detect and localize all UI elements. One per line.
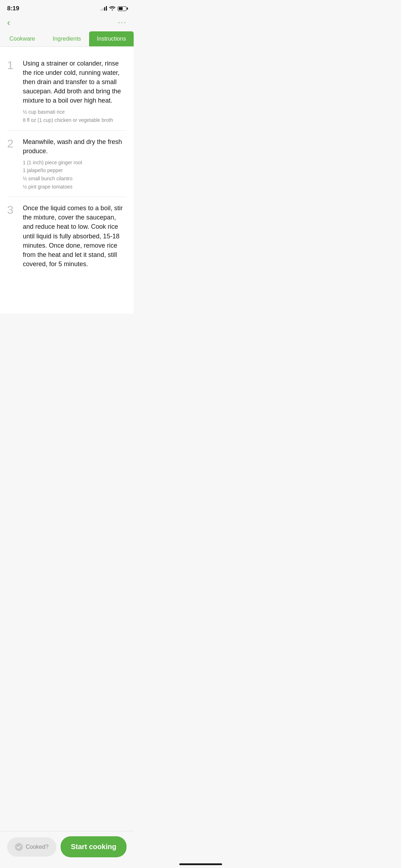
- step-2-ingredients: 1 (1 inch) piece ginger root 1 jalapeño …: [23, 159, 127, 190]
- step-2-instruction: Meanwhile, wash and dry the fresh produc…: [23, 137, 127, 156]
- battery-icon: [118, 6, 127, 11]
- step-2-ingredient-1: 1 jalapeño pepper: [23, 167, 127, 174]
- status-bar: 8:19: [0, 0, 134, 15]
- step-2-body: Meanwhile, wash and dry the fresh produc…: [23, 137, 127, 191]
- step-3-number: 3: [7, 203, 18, 272]
- instructions-content: 1 Using a strainer or colander, rinse th…: [0, 47, 134, 314]
- step-2-ingredient-3: ½ pint grape tomatoes: [23, 184, 127, 191]
- step-3-instruction: Once the liquid comes to a boil, stir th…: [23, 203, 127, 269]
- step-1: 1 Using a strainer or colander, rinse th…: [7, 52, 127, 131]
- more-button[interactable]: ···: [118, 19, 127, 26]
- step-3: 3 Once the liquid comes to a boil, stir …: [7, 197, 127, 308]
- step-2-ingredient-0: 1 (1 inch) piece ginger root: [23, 159, 127, 166]
- step-1-ingredient-1: 8 fl oz (1 cup) chicken or vegetable bro…: [23, 117, 127, 124]
- signal-icon: [101, 6, 107, 11]
- status-icons: [101, 6, 127, 12]
- step-1-body: Using a strainer or colander, rinse the …: [23, 59, 127, 124]
- step-1-instruction: Using a strainer or colander, rinse the …: [23, 59, 127, 105]
- step-2: 2 Meanwhile, wash and dry the fresh prod…: [7, 131, 127, 197]
- back-button[interactable]: ‹: [7, 18, 10, 27]
- step-1-number: 1: [7, 59, 18, 124]
- wifi-icon: [109, 6, 115, 12]
- status-time: 8:19: [7, 5, 19, 12]
- nav-bar: ‹ ···: [0, 15, 134, 31]
- step-2-number: 2: [7, 137, 18, 191]
- step-1-ingredients: ½ cup basmati rice 8 fl oz (1 cup) chick…: [23, 109, 127, 124]
- step-1-ingredient-0: ½ cup basmati rice: [23, 109, 127, 116]
- tab-cookware[interactable]: Cookware: [0, 31, 45, 46]
- step-2-ingredient-2: ½ small bunch cilantro: [23, 175, 127, 182]
- tab-instructions[interactable]: Instructions: [89, 31, 134, 46]
- tab-bar: Cookware Ingredients Instructions: [0, 31, 134, 47]
- step-3-body: Once the liquid comes to a boil, stir th…: [23, 203, 127, 272]
- tab-ingredients[interactable]: Ingredients: [45, 31, 89, 46]
